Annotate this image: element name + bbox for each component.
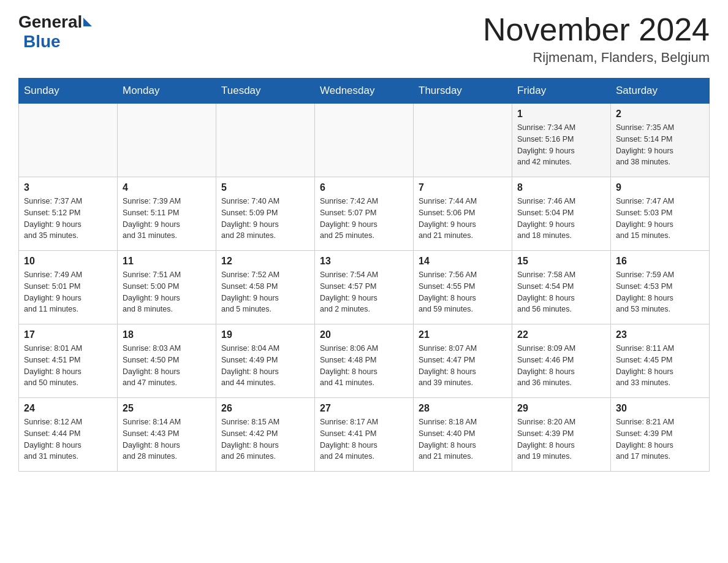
weekday-header-wednesday: Wednesday xyxy=(315,79,414,104)
day-info: Sunrise: 8:18 AM Sunset: 4:40 PM Dayligh… xyxy=(419,416,507,462)
day-info: Sunrise: 8:14 AM Sunset: 4:43 PM Dayligh… xyxy=(123,416,211,462)
day-number: 2 xyxy=(616,109,704,120)
calendar-cell: 22Sunrise: 8:09 AM Sunset: 4:46 PM Dayli… xyxy=(512,324,611,398)
day-number: 28 xyxy=(419,403,507,414)
calendar-cell xyxy=(315,104,414,177)
day-info: Sunrise: 8:03 AM Sunset: 4:50 PM Dayligh… xyxy=(123,343,211,389)
day-number: 6 xyxy=(320,182,408,193)
calendar-cell: 12Sunrise: 7:52 AM Sunset: 4:58 PM Dayli… xyxy=(216,251,315,324)
day-number: 14 xyxy=(419,256,507,267)
weekday-header-friday: Friday xyxy=(512,79,611,104)
day-info: Sunrise: 8:11 AM Sunset: 4:45 PM Dayligh… xyxy=(616,343,704,389)
day-number: 15 xyxy=(517,256,605,267)
day-number: 18 xyxy=(123,329,211,340)
day-number: 5 xyxy=(221,182,309,193)
calendar-cell: 8Sunrise: 7:46 AM Sunset: 5:04 PM Daylig… xyxy=(512,177,611,251)
page-header: General Blue November 2024 Rijmenam, Fla… xyxy=(18,12,710,66)
day-info: Sunrise: 7:44 AM Sunset: 5:06 PM Dayligh… xyxy=(419,196,507,242)
day-info: Sunrise: 7:51 AM Sunset: 5:00 PM Dayligh… xyxy=(123,269,211,315)
calendar-cell xyxy=(19,104,118,177)
day-number: 3 xyxy=(24,182,112,193)
calendar-cell: 20Sunrise: 8:06 AM Sunset: 4:48 PM Dayli… xyxy=(315,324,414,398)
day-info: Sunrise: 7:40 AM Sunset: 5:09 PM Dayligh… xyxy=(221,196,309,242)
day-number: 11 xyxy=(123,256,211,267)
day-info: Sunrise: 7:49 AM Sunset: 5:01 PM Dayligh… xyxy=(24,269,112,315)
day-number: 9 xyxy=(616,182,704,193)
calendar-cell: 13Sunrise: 7:54 AM Sunset: 4:57 PM Dayli… xyxy=(315,251,414,324)
day-number: 26 xyxy=(221,403,309,414)
day-info: Sunrise: 8:04 AM Sunset: 4:49 PM Dayligh… xyxy=(221,343,309,389)
day-info: Sunrise: 7:42 AM Sunset: 5:07 PM Dayligh… xyxy=(320,196,408,242)
day-number: 10 xyxy=(24,256,112,267)
day-number: 12 xyxy=(221,256,309,267)
calendar-week-row: 24Sunrise: 8:12 AM Sunset: 4:44 PM Dayli… xyxy=(19,398,710,472)
calendar-cell: 27Sunrise: 8:17 AM Sunset: 4:41 PM Dayli… xyxy=(315,398,414,472)
day-number: 29 xyxy=(517,403,605,414)
calendar-table: SundayMondayTuesdayWednesdayThursdayFrid… xyxy=(18,78,710,472)
weekday-header-row: SundayMondayTuesdayWednesdayThursdayFrid… xyxy=(19,79,710,104)
day-number: 25 xyxy=(123,403,211,414)
day-number: 19 xyxy=(221,329,309,340)
calendar-cell: 15Sunrise: 7:58 AM Sunset: 4:54 PM Dayli… xyxy=(512,251,611,324)
day-info: Sunrise: 8:12 AM Sunset: 4:44 PM Dayligh… xyxy=(24,416,112,462)
calendar-week-row: 17Sunrise: 8:01 AM Sunset: 4:51 PM Dayli… xyxy=(19,324,710,398)
day-number: 4 xyxy=(123,182,211,193)
weekday-header-sunday: Sunday xyxy=(19,79,118,104)
calendar-cell: 2Sunrise: 7:35 AM Sunset: 5:14 PM Daylig… xyxy=(611,104,710,177)
day-info: Sunrise: 8:06 AM Sunset: 4:48 PM Dayligh… xyxy=(320,343,408,389)
calendar-cell: 17Sunrise: 8:01 AM Sunset: 4:51 PM Dayli… xyxy=(19,324,118,398)
calendar-cell: 16Sunrise: 7:59 AM Sunset: 4:53 PM Dayli… xyxy=(611,251,710,324)
day-number: 24 xyxy=(24,403,112,414)
calendar-cell: 3Sunrise: 7:37 AM Sunset: 5:12 PM Daylig… xyxy=(19,177,118,251)
day-number: 13 xyxy=(320,256,408,267)
calendar-week-row: 1Sunrise: 7:34 AM Sunset: 5:16 PM Daylig… xyxy=(19,104,710,177)
calendar-cell: 25Sunrise: 8:14 AM Sunset: 4:43 PM Dayli… xyxy=(118,398,216,472)
calendar-cell xyxy=(414,104,512,177)
calendar-subtitle: Rijmenam, Flanders, Belgium xyxy=(483,50,710,66)
day-number: 30 xyxy=(616,403,704,414)
day-info: Sunrise: 7:52 AM Sunset: 4:58 PM Dayligh… xyxy=(221,269,309,315)
weekday-header-thursday: Thursday xyxy=(414,79,512,104)
calendar-cell: 11Sunrise: 7:51 AM Sunset: 5:00 PM Dayli… xyxy=(118,251,216,324)
logo-blue-text: Blue xyxy=(23,32,61,51)
calendar-cell: 14Sunrise: 7:56 AM Sunset: 4:55 PM Dayli… xyxy=(414,251,512,324)
day-number: 27 xyxy=(320,403,408,414)
day-info: Sunrise: 7:59 AM Sunset: 4:53 PM Dayligh… xyxy=(616,269,704,315)
logo: General Blue xyxy=(18,12,92,52)
calendar-cell: 1Sunrise: 7:34 AM Sunset: 5:16 PM Daylig… xyxy=(512,104,611,177)
calendar-cell: 29Sunrise: 8:20 AM Sunset: 4:39 PM Dayli… xyxy=(512,398,611,472)
day-info: Sunrise: 8:17 AM Sunset: 4:41 PM Dayligh… xyxy=(320,416,408,462)
calendar-cell xyxy=(216,104,315,177)
calendar-cell xyxy=(118,104,216,177)
calendar-cell: 19Sunrise: 8:04 AM Sunset: 4:49 PM Dayli… xyxy=(216,324,315,398)
calendar-cell: 30Sunrise: 8:21 AM Sunset: 4:39 PM Dayli… xyxy=(611,398,710,472)
day-info: Sunrise: 7:54 AM Sunset: 4:57 PM Dayligh… xyxy=(320,269,408,315)
calendar-cell: 5Sunrise: 7:40 AM Sunset: 5:09 PM Daylig… xyxy=(216,177,315,251)
day-info: Sunrise: 7:58 AM Sunset: 4:54 PM Dayligh… xyxy=(517,269,605,315)
day-number: 17 xyxy=(24,329,112,340)
calendar-cell: 4Sunrise: 7:39 AM Sunset: 5:11 PM Daylig… xyxy=(118,177,216,251)
day-info: Sunrise: 7:47 AM Sunset: 5:03 PM Dayligh… xyxy=(616,196,704,242)
calendar-cell: 24Sunrise: 8:12 AM Sunset: 4:44 PM Dayli… xyxy=(19,398,118,472)
calendar-cell: 28Sunrise: 8:18 AM Sunset: 4:40 PM Dayli… xyxy=(414,398,512,472)
calendar-cell: 6Sunrise: 7:42 AM Sunset: 5:07 PM Daylig… xyxy=(315,177,414,251)
calendar-cell: 21Sunrise: 8:07 AM Sunset: 4:47 PM Dayli… xyxy=(414,324,512,398)
day-number: 20 xyxy=(320,329,408,340)
day-number: 22 xyxy=(517,329,605,340)
day-info: Sunrise: 8:20 AM Sunset: 4:39 PM Dayligh… xyxy=(517,416,605,462)
weekday-header-tuesday: Tuesday xyxy=(216,79,315,104)
day-number: 1 xyxy=(517,109,605,120)
day-info: Sunrise: 8:07 AM Sunset: 4:47 PM Dayligh… xyxy=(419,343,507,389)
day-info: Sunrise: 7:39 AM Sunset: 5:11 PM Dayligh… xyxy=(123,196,211,242)
calendar-cell: 10Sunrise: 7:49 AM Sunset: 5:01 PM Dayli… xyxy=(19,251,118,324)
calendar-cell: 7Sunrise: 7:44 AM Sunset: 5:06 PM Daylig… xyxy=(414,177,512,251)
weekday-header-monday: Monday xyxy=(118,79,216,104)
day-info: Sunrise: 7:46 AM Sunset: 5:04 PM Dayligh… xyxy=(517,196,605,242)
day-number: 8 xyxy=(517,182,605,193)
calendar-title-block: November 2024 Rijmenam, Flanders, Belgiu… xyxy=(483,12,710,66)
calendar-cell: 9Sunrise: 7:47 AM Sunset: 5:03 PM Daylig… xyxy=(611,177,710,251)
day-info: Sunrise: 7:35 AM Sunset: 5:14 PM Dayligh… xyxy=(616,122,704,168)
day-number: 16 xyxy=(616,256,704,267)
calendar-week-row: 3Sunrise: 7:37 AM Sunset: 5:12 PM Daylig… xyxy=(19,177,710,251)
weekday-header-saturday: Saturday xyxy=(611,79,710,104)
